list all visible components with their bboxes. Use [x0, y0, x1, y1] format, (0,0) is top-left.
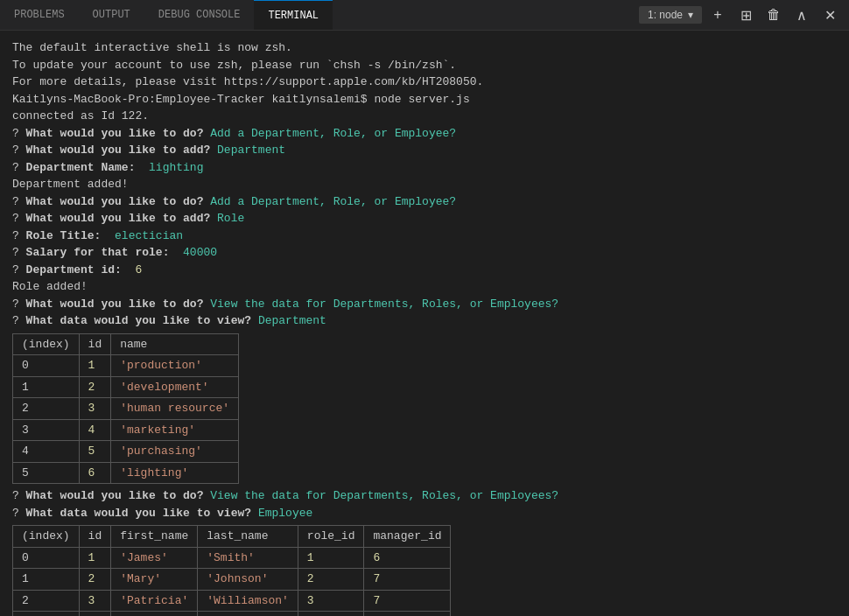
table-row: 3 4 'marketing'	[13, 419, 239, 441]
q12: ? What data would you like to view? Empl…	[12, 505, 837, 522]
cell-index: 3	[13, 419, 80, 441]
cell-role-id: 4	[298, 612, 364, 617]
chevron-up-icon: ∧	[796, 7, 807, 24]
intro-line-3: For more details, please visit https://s…	[12, 74, 837, 91]
q10: ? What data would you like to view? Depa…	[12, 312, 837, 330]
table-row: 1 2 'development'	[13, 376, 239, 398]
cell-index: 4	[13, 441, 80, 463]
table-row: 5 6 'lighting'	[13, 462, 239, 484]
cell-id: 5	[79, 441, 111, 463]
tab-debug-console[interactable]: DEBUG CONSOLE	[144, 0, 255, 30]
add-terminal-button[interactable]: +	[705, 3, 730, 27]
intro-line-1: The default interactive shell is now zsh…	[12, 39, 837, 57]
q5: ? What would you like to add? Role	[12, 210, 837, 228]
role-added: Role added!	[12, 278, 837, 296]
cell-id: 1	[79, 547, 111, 569]
chevron-down-icon: ▾	[688, 9, 693, 21]
terminal-dropdown[interactable]: 1: node ▾	[639, 6, 702, 24]
cell-manager-id: 7	[364, 590, 451, 612]
table-row: 1 2 'Mary' 'Johnson' 2 7	[13, 569, 451, 591]
cell-role-id: 2	[298, 569, 364, 591]
cell-last-name: 'Williamson'	[198, 590, 298, 612]
terminal-output[interactable]: The default interactive shell is now zsh…	[0, 31, 849, 616]
q2: ? What would you like to add? Department	[12, 142, 837, 159]
table-row: 0 1 'production'	[13, 355, 239, 377]
trash-button[interactable]: 🗑	[761, 3, 786, 27]
cell-id: 2	[79, 376, 111, 398]
split-icon: ⊞	[740, 7, 752, 24]
cell-last-name: 'Jones'	[198, 612, 298, 617]
table-row: 3 4 'John' 'Jones' 4 6	[13, 612, 451, 617]
intro-line-5: connected as Id 122.	[12, 108, 837, 125]
cell-id: 1	[79, 355, 111, 377]
q11: ? What would you like to do? View the da…	[12, 487, 837, 505]
cell-index: 0	[13, 355, 80, 377]
col-role-id: role_id	[298, 526, 364, 548]
q4: ? What would you like to do? Add a Depar…	[12, 193, 837, 211]
cell-index: 5	[13, 462, 80, 484]
cell-role-id: 3	[298, 590, 364, 612]
col-first-name: first_name	[111, 526, 198, 548]
q3: ? Department Name: lighting	[12, 159, 837, 177]
cell-first-name: 'Patricia'	[111, 590, 198, 612]
q7: ? Salary for that role: 40000	[12, 244, 837, 262]
cell-index: 0	[13, 547, 80, 569]
cell-id: 3	[79, 590, 111, 612]
q1: ? What would you like to do? Add a Depar…	[12, 125, 837, 143]
plus-icon: +	[713, 7, 721, 23]
cell-id: 2	[79, 569, 111, 591]
col-last-name: last_name	[198, 526, 298, 548]
tab-terminal[interactable]: TERMINAL	[254, 0, 333, 30]
cell-id: 4	[79, 612, 111, 617]
col-manager-id: manager_id	[364, 526, 451, 548]
col-id: id	[79, 526, 111, 548]
cell-index: 2	[13, 590, 80, 612]
tab-output[interactable]: OUTPUT	[79, 0, 144, 30]
cell-last-name: 'Smith'	[198, 547, 298, 569]
col-name: name	[111, 333, 239, 355]
cell-last-name: 'Johnson'	[198, 569, 298, 591]
cell-index: 3	[13, 612, 80, 617]
cell-first-name: 'James'	[111, 547, 198, 569]
cell-first-name: 'John'	[111, 612, 198, 617]
table-row: 2 3 'human resource'	[13, 398, 239, 420]
top-bar: PROBLEMS OUTPUT DEBUG CONSOLE TERMINAL 1…	[0, 0, 849, 31]
cell-name: 'human resource'	[111, 398, 239, 420]
cell-manager-id: 6	[364, 612, 451, 617]
dept-added: Department added!	[12, 176, 837, 193]
intro-line-2: To update your account to use zsh, pleas…	[12, 57, 837, 74]
table-row: 4 5 'purchasing'	[13, 441, 239, 463]
table-row: 0 1 'James' 'Smith' 1 6	[13, 547, 451, 569]
cell-name: 'lighting'	[111, 462, 239, 484]
cell-role-id: 1	[298, 547, 364, 569]
cell-name: 'production'	[111, 355, 239, 377]
cell-index: 2	[13, 398, 80, 420]
table-row: 2 3 'Patricia' 'Williamson' 3 7	[13, 590, 451, 612]
cell-index: 1	[13, 569, 80, 591]
tab-problems[interactable]: PROBLEMS	[0, 0, 79, 30]
cell-id: 6	[79, 462, 111, 484]
cell-manager-id: 6	[364, 547, 451, 569]
col-id: id	[79, 333, 111, 355]
terminal-controls: 1: node ▾ + ⊞ 🗑 ∧ ✕	[639, 3, 849, 27]
split-terminal-button[interactable]: ⊞	[733, 3, 758, 27]
close-button[interactable]: ✕	[817, 3, 842, 27]
cell-name: 'purchasing'	[111, 441, 239, 463]
cell-index: 1	[13, 376, 80, 398]
col-index: (index)	[13, 333, 80, 355]
close-icon: ✕	[824, 7, 836, 24]
cell-name: 'marketing'	[111, 419, 239, 441]
q6: ? Role Title: electician	[12, 228, 837, 245]
minimize-button[interactable]: ∧	[789, 3, 814, 27]
cell-manager-id: 7	[364, 569, 451, 591]
col-index: (index)	[13, 526, 80, 548]
cell-name: 'development'	[111, 376, 239, 398]
q8: ? Department id: 6	[12, 262, 837, 279]
employee-table: (index) id first_name last_name role_id …	[12, 525, 451, 616]
department-table: (index) id name 0 1 'production' 1 2 'de…	[12, 333, 239, 485]
cell-first-name: 'Mary'	[111, 569, 198, 591]
cell-id: 4	[79, 419, 111, 441]
trash-icon: 🗑	[767, 7, 781, 23]
q9: ? What would you like to do? View the da…	[12, 296, 837, 313]
cell-id: 3	[79, 398, 111, 420]
